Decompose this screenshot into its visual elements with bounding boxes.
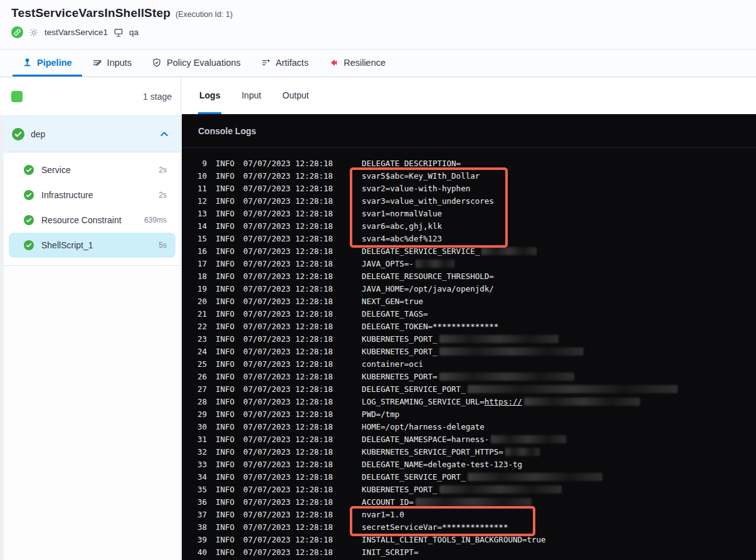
environment-icon: [113, 28, 123, 38]
tab-label: Policy Evaluations: [167, 58, 241, 68]
stage-status-square-icon[interactable]: [11, 91, 23, 102]
log-line: 37INFO07/07/2023 12:28:18nvar1=1.0: [182, 509, 756, 521]
log-line-number: 31: [192, 433, 207, 446]
tab-pipeline[interactable]: Pipeline: [13, 50, 82, 77]
log-timestamp: 07/07/2023 12:28:18: [243, 433, 333, 446]
success-check-icon: [24, 215, 34, 225]
log-line: 30INFO07/07/2023 12:28:18HOME=/opt/harne…: [182, 421, 756, 433]
stage-group-dep[interactable]: dep: [4, 116, 181, 152]
log-timestamp: 07/07/2023 12:28:18: [243, 270, 333, 283]
log-line-number: 19: [192, 283, 207, 295]
execution-sidebar: 1 stage dep Service 2s Infrastructure 2s: [0, 78, 181, 560]
log-message: PWD=/tmp: [362, 408, 399, 421]
log-line-number: 13: [192, 208, 207, 220]
log-message: container=oci: [362, 358, 423, 371]
console-log-body[interactable]: 9INFO07/07/2023 12:28:18DELEGATE_DESCRIP…: [182, 149, 756, 560]
resilience-icon: [328, 58, 339, 68]
log-message: NEXT_GEN=true: [362, 295, 423, 308]
log-line: 39INFO07/07/2023 12:28:18INSTALL_CLIENT_…: [182, 534, 756, 546]
log-timestamp: 07/07/2023 12:28:18: [243, 446, 333, 458]
log-url-link[interactable]: https://: [485, 397, 522, 406]
log-message: DELEGATE_SERVICE_SERVICE_: [362, 245, 537, 258]
tab-input[interactable]: Input: [240, 78, 262, 114]
execution-tab-bar: Pipeline Inputs Policy Evaluations Artif…: [0, 50, 756, 77]
log-line: 22INFO07/07/2023 12:28:18DELEGATE_TOKEN=…: [182, 320, 756, 333]
log-line-number: 17: [192, 258, 207, 270]
tab-logs[interactable]: Logs: [198, 78, 221, 114]
log-line: 34INFO07/07/2023 12:28:18DELEGATE_SERVIC…: [182, 471, 756, 483]
log-message: KUBERNETES_SERVICE_PORT_HTTPS=: [362, 446, 540, 458]
log-level: INFO: [216, 320, 234, 333]
log-line-number: 28: [192, 396, 207, 408]
success-check-icon: [24, 190, 34, 200]
log-line-number: 30: [192, 421, 207, 433]
log-level: INFO: [216, 496, 234, 509]
log-line-number: 20: [192, 295, 207, 308]
log-level: INFO: [216, 483, 234, 496]
log-level: INFO: [216, 333, 234, 346]
log-line: 26INFO07/07/2023 12:28:18KUBERNETES_PORT…: [182, 371, 756, 383]
tab-policy-evaluations[interactable]: Policy Evaluations: [142, 50, 251, 77]
step-row-service[interactable]: Service 2s: [9, 157, 176, 182]
step-row-shellscript-1[interactable]: ShellScript_1 5s: [9, 233, 176, 258]
redacted-value: [416, 498, 532, 506]
title-row: TestServiceVarsInShellStep (Execution Id…: [0, 0, 756, 20]
log-message: JAVA_HOME=/opt/java/openjdk/: [362, 283, 494, 295]
log-line-number: 40: [192, 546, 207, 559]
step-duration: 2s: [159, 166, 167, 174]
log-timestamp: 07/07/2023 12:28:18: [243, 283, 333, 295]
log-message: HOME=/opt/harness-delegate: [362, 421, 485, 433]
tab-output[interactable]: Output: [281, 78, 310, 114]
log-line-number: 29: [192, 408, 207, 421]
tab-label: Pipeline: [37, 58, 72, 68]
log-line: 28INFO07/07/2023 12:28:18LOG_STREAMING_S…: [182, 396, 756, 408]
log-line-number: 10: [192, 170, 207, 182]
log-level: INFO: [216, 458, 234, 471]
log-message: nvar1=1.0: [362, 509, 404, 521]
log-message: KUBERNETES_PORT=: [362, 371, 574, 383]
log-level: INFO: [216, 358, 234, 371]
success-check-icon: [24, 240, 34, 250]
environment-name[interactable]: qa: [129, 28, 139, 37]
log-timestamp: 07/07/2023 12:28:18: [243, 333, 333, 346]
log-line-number: 27: [192, 383, 207, 396]
console-header: Console Logs: [182, 114, 756, 148]
tab-inputs[interactable]: Inputs: [82, 50, 142, 77]
policy-shield-icon: [152, 58, 162, 68]
log-level: INFO: [216, 283, 234, 295]
step-duration: 639ms: [144, 216, 167, 225]
tab-label: Inputs: [107, 58, 132, 68]
log-level: INFO: [216, 308, 234, 320]
stage-header: 1 stage: [0, 78, 181, 116]
success-check-icon: [24, 165, 34, 175]
redacted-value: [524, 398, 640, 406]
stage-count: 1 stage: [143, 92, 172, 102]
log-level: INFO: [216, 220, 234, 233]
log-line: 12INFO07/07/2023 12:28:18svar3=value_wit…: [182, 195, 756, 208]
log-line: 17INFO07/07/2023 12:28:18JAVA_OPTS=-: [182, 258, 756, 270]
execution-meta-row: testVarsService1 qa: [11, 26, 756, 38]
log-level: INFO: [216, 208, 234, 220]
log-level: INFO: [216, 270, 234, 283]
service-name[interactable]: testVarsService1: [45, 28, 108, 37]
log-line: 19INFO07/07/2023 12:28:18JAVA_HOME=/opt/…: [182, 283, 756, 295]
log-message: KUBERNETES_PORT_: [362, 333, 558, 346]
log-timestamp: 07/07/2023 12:28:18: [243, 308, 333, 320]
step-label: Service: [41, 165, 71, 175]
log-timestamp: 07/07/2023 12:28:18: [243, 233, 333, 245]
tab-artifacts[interactable]: Artifacts: [251, 50, 318, 77]
log-line: 31INFO07/07/2023 12:28:18DELEGATE_NAMESP…: [182, 433, 756, 446]
tab-label: Artifacts: [276, 58, 308, 68]
log-message: secretServiceVar=**************: [362, 521, 508, 534]
log-message: svar1=normalValue: [362, 208, 442, 220]
log-timestamp: 07/07/2023 12:28:18: [243, 258, 333, 270]
step-row-resource-constraint[interactable]: Resource Constraint 639ms: [9, 208, 176, 233]
log-line: 27INFO07/07/2023 12:28:18DELEGATE_SERVIC…: [182, 383, 756, 396]
log-line: 40INFO07/07/2023 12:28:18INIT_SCRIPT=: [182, 546, 756, 559]
log-timestamp: 07/07/2023 12:28:18: [243, 320, 333, 333]
tab-resilience[interactable]: Resilience: [318, 50, 396, 77]
step-row-infrastructure[interactable]: Infrastructure 2s: [9, 182, 176, 208]
log-line: 23INFO07/07/2023 12:28:18KUBERNETES_PORT…: [182, 333, 756, 346]
chevron-up-icon[interactable]: [159, 129, 169, 139]
log-line-number: 37: [192, 509, 207, 521]
